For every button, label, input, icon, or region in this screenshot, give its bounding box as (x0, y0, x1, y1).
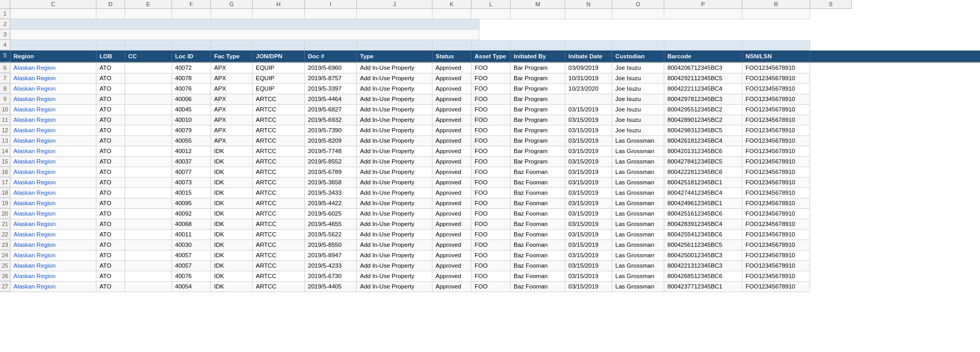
cell-loc_id: 40076 (172, 84, 211, 94)
cell-empty (125, 9, 172, 19)
cell-custodian: Las Grossman (612, 271, 664, 281)
cell-init_by: Baz Fooman (511, 167, 565, 177)
cell-doc_num: 2019/5-8947 (305, 250, 357, 260)
cell-type: Add In-Use Property (357, 188, 432, 198)
cell-nsn: FOO12345678910 (742, 188, 810, 198)
cell-region: Alaskan Region (10, 282, 96, 292)
cell-empty (253, 40, 305, 50)
header-fac_type: Fac Type (211, 51, 253, 62)
cell-nsn: FOO12345678910 (742, 209, 810, 219)
cell-lob: ATO (96, 105, 125, 115)
cell-region: Alaskan Region (10, 84, 96, 94)
cell-empty (565, 40, 612, 50)
cell-cc (125, 167, 172, 177)
cell-init_by: Bar Program (511, 115, 565, 125)
cell-barcode: 8004222812345BC6 (664, 167, 742, 177)
cell-fac_type: IDK (211, 250, 253, 260)
cell-empty (357, 40, 432, 50)
cell-asset_type: FOO (472, 198, 511, 208)
cell-jon_dpn: ARTCC (253, 146, 305, 156)
cell-empty (357, 9, 432, 19)
cell-empty (742, 9, 810, 19)
data-rows: 6Alaskan RegionATO40072APXEQUIP2019/5-69… (0, 63, 980, 292)
cell-barcode: 8004251812345BC1 (664, 178, 742, 187)
cell-lob: ATO (96, 157, 125, 167)
row-num-12: 12 (0, 125, 10, 135)
cell-cc (125, 209, 172, 219)
cell-type: Add In-Use Property (357, 219, 432, 229)
cell-lob: ATO (96, 261, 125, 271)
cell-nsn: FOO12345678910 (742, 63, 810, 73)
row-num-2: 2 (0, 19, 10, 29)
cell-init_by: Bar Program (511, 73, 565, 83)
cell-fac_type: APX (211, 105, 253, 115)
cell-init_by: Baz Fooman (511, 198, 565, 208)
cell-init_date: 03/15/2019 (565, 115, 612, 125)
table-row: 17Alaskan RegionATO40073IDKARTCC2019/5-3… (0, 178, 810, 188)
cell-empty (742, 40, 810, 50)
cell-status: Approved (432, 261, 472, 271)
cell-lob: ATO (96, 94, 125, 104)
cell-jon_dpn: EQUIP (253, 84, 305, 94)
cell-barcode: 8004250012345BC3 (664, 250, 742, 260)
cell-doc_num: 2019/5-6730 (305, 271, 357, 281)
cell-doc_num: 2019/5-8757 (305, 73, 357, 83)
table-row: 24Alaskan RegionATO40057IDKARTCC2019/5-8… (0, 250, 810, 261)
header-init_by: Initiated By (511, 51, 565, 62)
table-row: 16Alaskan RegionATO40077IDKARTCC2019/5-6… (0, 167, 810, 178)
cell-region: Alaskan Region (10, 63, 96, 73)
cell-fac_type: IDK (211, 167, 253, 177)
cell-doc_num: 2019/5-6827 (305, 105, 357, 115)
cell-custodian: Las Grossman (612, 136, 664, 146)
cell-region: Alaskan Region (10, 136, 96, 146)
cell-custodian: Joe Isuzu (612, 115, 664, 125)
table-row: 8Alaskan RegionATO40076APXEQUIP2019/5-33… (0, 84, 810, 94)
cell-jon_dpn: ARTCC (253, 157, 305, 167)
cell-cc (125, 219, 172, 229)
row-num-22: 22 (0, 230, 10, 240)
cell-nsn: FOO12345678910 (742, 136, 810, 146)
cell-loc_id: 40057 (172, 250, 211, 260)
cell-cc (125, 188, 172, 198)
table-row: 9Alaskan RegionATO40006APXARTCC2019/5-44… (0, 94, 810, 105)
cell-barcode: 8004283912345BC4 (664, 219, 742, 229)
cell-asset_type: FOO (472, 136, 511, 146)
row-num-5: 5 (0, 51, 10, 62)
cell-lob: ATO (96, 240, 125, 250)
cell-empty (612, 9, 664, 19)
cell-custodian: Las Grossman (612, 157, 664, 167)
cell-doc_num: 2019/5-7748 (305, 146, 357, 156)
cell-nsn: FOO12345678910 (742, 115, 810, 125)
cell-fac_type: IDK (211, 282, 253, 292)
cell-lob: ATO (96, 84, 125, 94)
cell-asset_type: FOO (472, 167, 511, 177)
cell-init_date: 03/15/2019 (565, 250, 612, 260)
cell-asset_type: FOO (472, 157, 511, 167)
records-found (10, 30, 479, 40)
cell-type: Add In-Use Property (357, 94, 432, 104)
cell-barcode: 8004201312345BC6 (664, 146, 742, 156)
cell-cc (125, 115, 172, 125)
col-letter-G: G (211, 0, 253, 8)
cell-fac_type: APX (211, 115, 253, 125)
cell-status: Approved (432, 250, 472, 260)
col-letter-O: O (612, 0, 664, 8)
records-found-row: 3 (0, 30, 479, 40)
cell-nsn: FOO12345678910 (742, 73, 810, 83)
cell-init_date: 03/15/2019 (565, 178, 612, 187)
cell-asset_type: FOO (472, 105, 511, 115)
cell-init_date: 03/15/2019 (565, 105, 612, 115)
table-row: 18Alaskan RegionATO40015IDKARTCC2019/5-3… (0, 188, 810, 198)
cell-init_by: Bar Program (511, 94, 565, 104)
cell-init_by: Bar Program (511, 157, 565, 167)
table-header-row: 5 RegionLOBCCLoc IDFac TypeJON/DPNDoc #T… (0, 51, 980, 63)
cell-jon_dpn: ARTCC (253, 209, 305, 219)
cell-custodian: Joe Isuzu (612, 84, 664, 94)
cell-loc_id: 40006 (172, 94, 211, 104)
col-letter-N: N (565, 0, 612, 8)
cell-init_date: 03/15/2019 (565, 219, 612, 229)
cell-barcode: 8004297812345BC3 (664, 94, 742, 104)
cell-jon_dpn: ARTCC (253, 250, 305, 260)
cell-doc_num: 2019/5-6932 (305, 115, 357, 125)
cell-nsn: FOO12345678910 (742, 94, 810, 104)
